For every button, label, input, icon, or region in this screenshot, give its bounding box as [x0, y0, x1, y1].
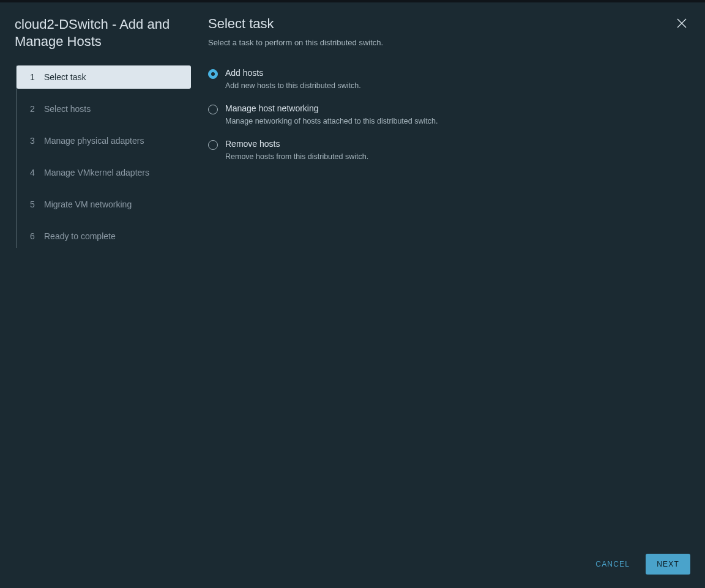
radio-title: Remove hosts — [225, 139, 368, 149]
main-body: Add hosts Add new hosts to this distribu… — [191, 58, 705, 543]
radio-labels: Remove hosts Remove hosts from this dist… — [225, 139, 368, 161]
step-number: 4 — [29, 168, 35, 177]
step-number: 5 — [29, 199, 35, 209]
radio-title: Add hosts — [225, 68, 361, 78]
main-header: Select task Select a task to perform on … — [191, 2, 705, 58]
step-manage-physical-adapters[interactable]: 3 Manage physical adapters — [17, 129, 191, 152]
radio-labels: Manage host networking Manage networking… — [225, 103, 438, 125]
radio-description: Add new hosts to this distributed switch… — [225, 81, 361, 90]
radio-description: Remove hosts from this distributed switc… — [225, 152, 368, 161]
step-number: 3 — [29, 136, 35, 146]
wizard-sidebar: cloud2-DSwitch - Add and Manage Hosts 1 … — [0, 2, 191, 588]
step-number: 1 — [29, 72, 35, 82]
radio-title: Manage host networking — [225, 103, 438, 113]
step-manage-vmkernel-adapters[interactable]: 4 Manage VMkernel adapters — [17, 161, 191, 184]
step-number: 6 — [29, 231, 35, 241]
close-icon[interactable] — [676, 17, 688, 29]
step-number: 2 — [29, 104, 35, 114]
wizard-steps: 1 Select task 2 Select hosts 3 Manage ph… — [16, 65, 191, 248]
option-remove-hosts[interactable]: Remove hosts Remove hosts from this dist… — [208, 139, 688, 161]
page-title: Select task — [208, 16, 383, 32]
step-label: Manage physical adapters — [44, 136, 144, 146]
step-select-task[interactable]: 1 Select task — [17, 65, 191, 89]
radio-description: Manage networking of hosts attached to t… — [225, 117, 438, 125]
next-button[interactable]: NEXT — [646, 554, 690, 575]
wizard-footer: CANCEL NEXT — [191, 543, 705, 588]
option-manage-host-networking[interactable]: Manage host networking Manage networking… — [208, 103, 688, 125]
step-ready-to-complete[interactable]: 6 Ready to complete — [17, 225, 191, 248]
wizard-dialog: cloud2-DSwitch - Add and Manage Hosts 1 … — [0, 0, 705, 588]
step-label: Select hosts — [44, 104, 91, 114]
radio-icon — [208, 69, 218, 79]
cancel-button[interactable]: CANCEL — [588, 554, 637, 575]
page-subtitle: Select a task to perform on this distrib… — [208, 38, 383, 47]
step-label: Select task — [44, 72, 86, 82]
radio-icon — [208, 140, 218, 150]
main-header-left: Select task Select a task to perform on … — [208, 16, 383, 47]
radio-labels: Add hosts Add new hosts to this distribu… — [225, 68, 361, 90]
step-select-hosts[interactable]: 2 Select hosts — [17, 97, 191, 121]
step-migrate-vm-networking[interactable]: 5 Migrate VM networking — [17, 193, 191, 216]
step-label: Migrate VM networking — [44, 199, 132, 209]
radio-icon — [208, 105, 218, 114]
wizard-main: Select task Select a task to perform on … — [191, 2, 705, 588]
step-label: Manage VMkernel adapters — [44, 168, 149, 177]
step-label: Ready to complete — [44, 231, 116, 241]
wizard-title: cloud2-DSwitch - Add and Manage Hosts — [15, 16, 191, 50]
option-add-hosts[interactable]: Add hosts Add new hosts to this distribu… — [208, 68, 688, 90]
